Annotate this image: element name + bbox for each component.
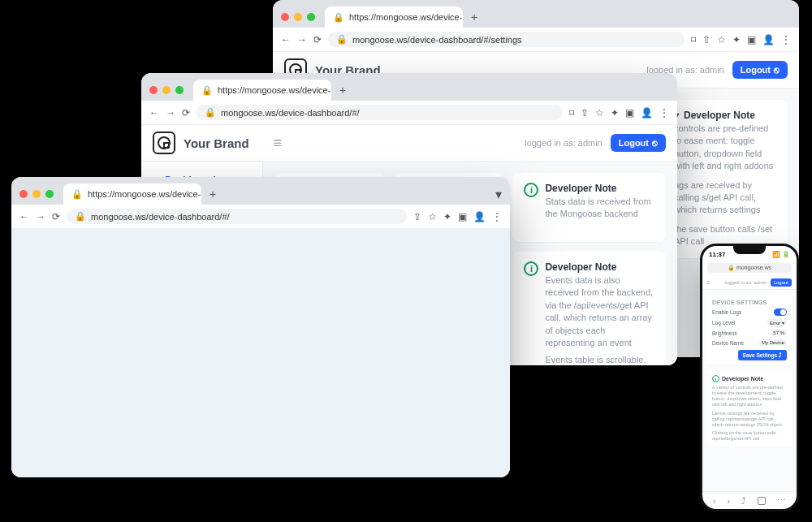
brand: Your Brand	[153, 132, 249, 154]
device-name-input[interactable]: My Device	[759, 339, 787, 346]
bookmarks-icon[interactable]	[758, 497, 766, 505]
note-text: A variety of controls are pre-defined to…	[712, 385, 787, 408]
setting-log-level: Log Level Error ▾	[712, 319, 787, 326]
close-window-icon[interactable]	[149, 86, 158, 94]
close-window-icon[interactable]	[281, 13, 289, 21]
note-title: Developer Note	[545, 261, 654, 273]
window-controls	[19, 190, 54, 198]
save-settings-button[interactable]: Save Settings ⤴	[738, 350, 787, 360]
kebab-icon[interactable]: ⋮	[781, 34, 791, 45]
phone-notch	[733, 246, 766, 254]
mobile-time: 11:37	[709, 251, 725, 258]
forward-icon[interactable]: ›	[728, 496, 731, 506]
toggle-enable-logs[interactable]	[774, 308, 787, 316]
star-icon[interactable]: ☆	[428, 211, 437, 222]
hamburger-icon[interactable]: ≡	[707, 280, 710, 285]
star-icon[interactable]: ☆	[717, 34, 726, 45]
minimize-window-icon[interactable]	[32, 190, 41, 198]
info-icon: i	[524, 261, 538, 276]
mobile-device: 11:37 📶 🔋 🔒 mongoose.ws ≡ logged in as: …	[700, 244, 799, 511]
new-tab-button[interactable]: +	[471, 11, 477, 24]
toolbar-icons: ⌑ ⇧ ☆ ✦ ▣ 👤 ⋮	[691, 34, 791, 45]
avatar-icon[interactable]: 👤	[641, 107, 653, 119]
back-icon[interactable]: ←	[281, 34, 291, 45]
browser-tab[interactable]: 🔒 https://mongoose.ws/device-d ✕	[63, 183, 201, 205]
new-tab-button[interactable]: +	[339, 84, 346, 97]
note-text: controls are pre-defined to ease ment: t…	[674, 123, 776, 173]
extensions-icon[interactable]: ✦	[732, 34, 741, 45]
extensions-icon[interactable]: ✦	[611, 107, 619, 119]
back-icon[interactable]: ←	[149, 107, 159, 119]
logo-icon	[153, 132, 175, 154]
share-icon[interactable]: ⤴	[741, 496, 746, 506]
browser-window-login: 🔒 https://mongoose.ws/device-d ✕ + ▾ ← →…	[11, 177, 510, 477]
hamburger-icon[interactable]: ≡	[274, 135, 283, 152]
lock-icon: 🔒	[71, 189, 83, 200]
panel-icon[interactable]: ▣	[458, 211, 467, 222]
chevron-down-icon[interactable]: ▾	[495, 187, 502, 202]
mobile-url[interactable]: 🔒 mongoose.ws	[707, 263, 792, 273]
url-field[interactable]: 🔒 mongoose.ws/device-dashboard/#/	[197, 105, 563, 120]
avatar-icon[interactable]: 👤	[762, 34, 775, 45]
note-panel: ▾ Developer Note controls are pre-define…	[663, 100, 788, 258]
share-icon[interactable]: ⇪	[581, 107, 589, 119]
back-icon[interactable]: ‹	[713, 496, 716, 506]
reload-icon[interactable]: ⟳	[52, 211, 60, 222]
maximize-window-icon[interactable]	[307, 13, 315, 21]
minimize-window-icon[interactable]	[294, 13, 302, 21]
lock-icon: 🔒	[201, 85, 213, 96]
key-icon[interactable]: ⌑	[691, 34, 696, 45]
url-text: mongoose.ws/device-dashboard/#/	[221, 108, 360, 118]
panel-icon[interactable]: ▣	[625, 107, 634, 119]
reload-icon[interactable]: ⟳	[313, 34, 322, 45]
share-icon[interactable]: ⇪	[413, 211, 421, 222]
address-bar: ← → ⟳ 🔒 mongoose.ws/device-dashboard/#/ …	[141, 101, 677, 125]
mobile-settings-card: DEVICE SETTINGS Enable Logs Log Level Er…	[707, 295, 792, 365]
url-field[interactable]: 🔒 mongoose.ws/device-dashboard/#/	[67, 209, 407, 224]
toolbar-icons: ⇪ ☆ ✦ ▣ 👤 ⋮	[413, 211, 502, 222]
reload-icon[interactable]: ⟳	[182, 107, 190, 119]
extensions-icon[interactable]: ✦	[443, 211, 451, 222]
forward-icon[interactable]: →	[36, 211, 45, 222]
share-icon[interactable]: ⇧	[702, 34, 710, 45]
note-text: ngs are received by calling s/get API ca…	[674, 179, 776, 217]
star-icon[interactable]: ☆	[595, 107, 604, 119]
address-bar: ← → ⟳ 🔒 mongoose.ws/device-dashboard/#/s…	[273, 28, 799, 52]
window-controls	[281, 13, 315, 21]
logout-button[interactable]: Logout	[771, 278, 792, 287]
url-text: mongoose.ws/device-dashboard/#/	[91, 212, 230, 222]
tab-bar: 🔒 https://mongoose.ws/device-d ✕ +	[273, 0, 799, 28]
close-window-icon[interactable]	[19, 190, 28, 198]
logout-button[interactable]: Logout ⎋	[611, 134, 666, 152]
maximize-window-icon[interactable]	[45, 190, 54, 198]
brightness-input[interactable]: 57 %	[771, 330, 787, 336]
logged-in-text: logged in as: admin	[725, 280, 767, 285]
forward-icon[interactable]: →	[297, 34, 307, 45]
settings-title: DEVICE SETTINGS	[712, 300, 787, 305]
logout-button[interactable]: Logout ⎋	[732, 61, 788, 79]
mobile-status-icons: 📶 🔋	[772, 251, 790, 258]
tabs-icon[interactable]: ⋯	[777, 495, 786, 506]
note-title: Developer Note	[545, 183, 654, 194]
forward-icon[interactable]: →	[166, 107, 175, 119]
tab-title: https://mongoose.ws/device-d	[88, 189, 201, 199]
kebab-icon[interactable]: ⋮	[492, 211, 502, 222]
browser-tab[interactable]: 🔒 https://mongoose.ws/device-d ✕	[325, 6, 463, 28]
note-title: ▾ Developer Note	[674, 110, 776, 121]
kebab-icon[interactable]: ⋮	[659, 107, 669, 119]
maximize-window-icon[interactable]	[175, 86, 184, 94]
key-icon[interactable]: ⌑	[569, 107, 574, 119]
log-level-select[interactable]: Error ▾	[767, 319, 787, 326]
lock-icon: 🔒	[75, 211, 86, 222]
browser-tab[interactable]: 🔒 https://mongoose.ws/device-d ✕	[193, 80, 331, 101]
login-backdrop	[11, 229, 510, 477]
minimize-window-icon[interactable]	[162, 86, 171, 94]
url-field[interactable]: 🔒 mongoose.ws/device-dashboard/#/setting…	[328, 32, 685, 47]
tab-bar: 🔒 https://mongoose.ws/device-d ✕ +	[141, 73, 677, 101]
logout-icon: ⎋	[774, 65, 780, 75]
app-header: Your Brand ≡ logged in as: admin Logout …	[141, 125, 677, 162]
new-tab-button[interactable]: +	[209, 188, 216, 201]
back-icon[interactable]: ←	[19, 211, 29, 222]
avatar-icon[interactable]: 👤	[473, 211, 486, 222]
panel-icon[interactable]: ▣	[747, 34, 756, 45]
